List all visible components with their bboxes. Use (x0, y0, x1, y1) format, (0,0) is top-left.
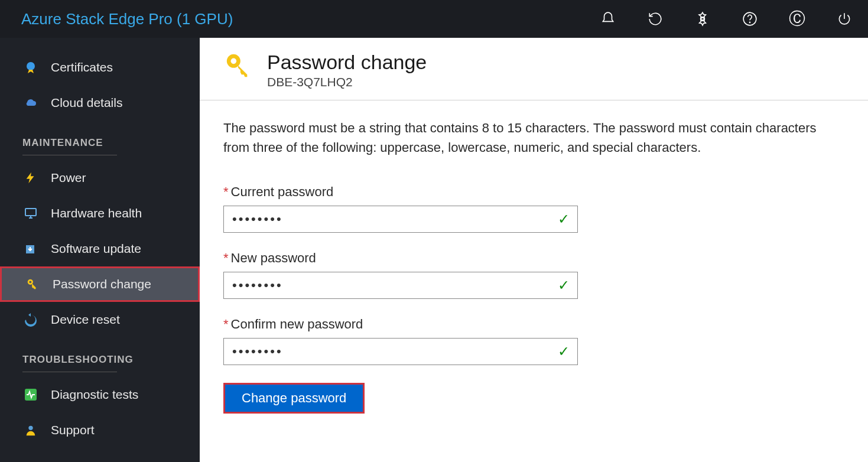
svg-point-2 (749, 22, 750, 22)
page-header: Password change DBE-3Q7LHQ2 (200, 38, 868, 100)
checkmark-icon: ✓ (558, 343, 570, 360)
notifications-icon[interactable] (584, 0, 632, 38)
checkmark-icon: ✓ (558, 211, 570, 227)
device-id: DBE-3Q7LHQ2 (267, 75, 427, 89)
settings-icon[interactable] (679, 0, 726, 38)
new-password-input[interactable] (223, 272, 578, 299)
sidebar-item-label: Diagnostic tests (51, 388, 138, 402)
confirm-password-input[interactable] (223, 338, 578, 365)
section-divider (22, 155, 117, 155)
reset-icon (22, 311, 39, 328)
sidebar-item-diagnostic-tests[interactable]: Diagnostic tests (0, 377, 200, 412)
sidebar-item-device-reset[interactable]: Device reset (0, 302, 200, 337)
help-icon[interactable] (726, 0, 773, 38)
key-icon (24, 276, 41, 292)
svg-rect-4 (25, 209, 36, 216)
sidebar-item-power[interactable]: Power (0, 160, 200, 196)
top-bar: Azure Stack Edge Pro (1 GPU) Ⓒ (0, 0, 868, 38)
svg-point-7 (30, 281, 32, 284)
sidebar-item-cloud-details[interactable]: Cloud details (0, 85, 200, 121)
lightning-icon (22, 170, 39, 186)
current-password-input[interactable] (223, 206, 578, 233)
confirm-password-group: *Confirm new password ✓ (223, 317, 844, 365)
power-icon[interactable] (821, 0, 868, 38)
key-icon (223, 51, 253, 80)
sidebar-item-label: Power (51, 171, 86, 185)
sidebar: Certificates Cloud details MAINTENANCE P… (0, 38, 200, 462)
current-password-group: *Current password ✓ (223, 184, 844, 233)
confirm-password-label: *Confirm new password (223, 317, 844, 332)
app-title[interactable]: Azure Stack Edge Pro (1 GPU) (21, 10, 233, 28)
update-icon (22, 240, 39, 257)
refresh-icon[interactable] (632, 0, 679, 38)
current-password-label: *Current password (223, 184, 844, 200)
sidebar-item-label: Support (51, 423, 95, 437)
change-password-button[interactable]: Change password (223, 383, 365, 414)
new-password-label: *New password (223, 250, 844, 266)
main-content: Password change DBE-3Q7LHQ2 The password… (200, 38, 868, 462)
sidebar-item-label: Password change (53, 277, 151, 291)
new-password-group: *New password ✓ (223, 250, 844, 299)
svg-point-9 (28, 426, 32, 430)
sidebar-item-certificates[interactable]: Certificates (0, 50, 200, 85)
sidebar-item-password-change[interactable]: Password change (0, 266, 200, 302)
sidebar-item-label: Hardware health (51, 206, 142, 220)
sidebar-item-support[interactable]: Support (0, 412, 200, 448)
copyright-icon[interactable]: Ⓒ (773, 0, 821, 38)
person-icon (22, 422, 39, 438)
monitor-icon (22, 205, 39, 222)
page-title: Password change (267, 51, 427, 74)
sidebar-item-label: Device reset (51, 313, 120, 327)
sidebar-section-troubleshooting: TROUBLESHOOTING (0, 337, 200, 368)
svg-point-11 (231, 58, 237, 64)
sidebar-item-label: Certificates (51, 60, 113, 74)
cloud-icon (22, 95, 39, 111)
top-bar-actions: Ⓒ (584, 0, 868, 38)
sidebar-section-maintenance: MAINTENANCE (0, 121, 200, 151)
sidebar-item-software-update[interactable]: Software update (0, 231, 200, 266)
section-divider (22, 372, 117, 372)
svg-point-3 (27, 62, 35, 70)
checkmark-icon: ✓ (558, 277, 570, 294)
password-requirements: The password must be a string that conta… (223, 118, 844, 157)
heartbeat-icon (22, 386, 39, 403)
sidebar-item-label: Software update (51, 242, 141, 256)
sidebar-item-label: Cloud details (51, 96, 122, 110)
certificate-icon (22, 59, 39, 76)
sidebar-item-hardware-health[interactable]: Hardware health (0, 196, 200, 231)
